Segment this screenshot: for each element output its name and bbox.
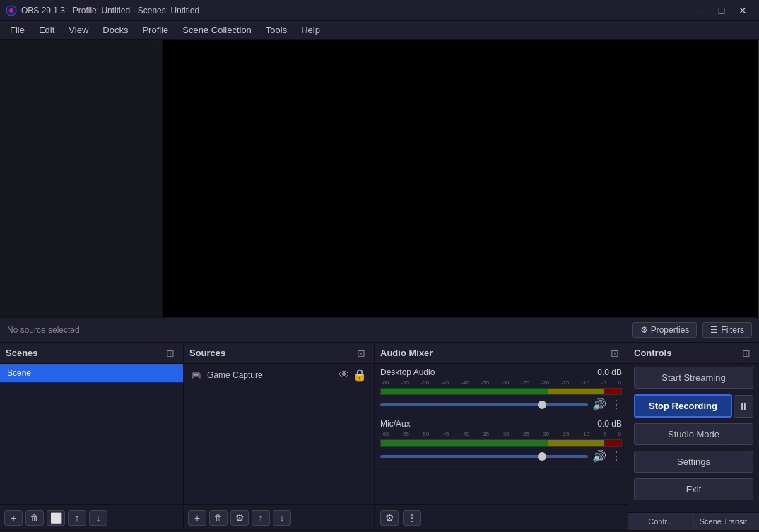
source-lock-icon[interactable]: 🔒 [353,368,367,382]
scene-item[interactable]: Scene [0,364,183,383]
scenes-panel-icons: ⊡ [163,346,177,360]
scenes-list: Scene [0,364,183,504]
sources-add-button[interactable]: + [188,510,206,526]
titlebar: OBS 29.1.3 - Profile: Untitled - Scenes:… [0,0,759,21]
sources-panel-icons: ⊡ [354,346,368,360]
meter-green [381,389,548,394]
obs-icon [6,5,17,16]
mic-mute-button[interactable]: 🔊 [592,449,606,463]
scenes-delete-button[interactable]: 🗑 [25,510,44,526]
sources-list: 🎮 Game Capture 👁 🔒 [184,364,374,504]
menu-file[interactable]: File [3,23,32,37]
gear-icon: ⚙ [640,325,648,335]
mic-meter-yellow [548,440,604,446]
audio-footer: ⚙ ⋮ [375,504,628,530]
desktop-mute-button[interactable]: 🔊 [592,398,606,411]
desktop-volume-knob[interactable] [538,401,546,409]
sources-panel: Sources ⊡ 🎮 Game Capture 👁 🔒 + 🗑 ⚙ ↑ ↓ [184,343,375,530]
audio-mixer-panel: Audio Mixer ⊡ Desktop Audio 0.0 dB -60 -… [375,343,628,530]
sources-settings-button[interactable]: ⚙ [230,510,249,526]
scenes-filter-button[interactable]: ⬜ [47,510,65,526]
audio-maximize-icon[interactable]: ⊡ [608,346,622,360]
window-title: OBS 29.1.3 - Profile: Untitled - Scenes:… [21,6,199,16]
filter-icon: ☰ [710,325,718,335]
exit-button[interactable]: Exit [634,478,753,500]
titlebar-controls: ─ □ ✕ [690,4,753,18]
mic-volume-slider[interactable] [380,455,588,458]
sources-panel-header: Sources ⊡ [184,343,374,364]
desktop-audio-header: Desktop Audio 0.0 dB [380,367,622,377]
mic-aux-ticks: -60 -55 -50 -45 -40 -35 -30 -25 -20 -15 … [380,431,622,437]
scenes-maximize-icon[interactable]: ⊡ [163,346,177,360]
mic-aux-label: Mic/Aux [380,419,411,429]
controls-tab-button[interactable]: Contr... [628,513,694,530]
source-item-game-capture[interactable]: 🎮 Game Capture 👁 🔒 [184,364,374,386]
source-visibility-icon[interactable]: 👁 [339,368,350,382]
studio-mode-button[interactable]: Studio Mode [634,423,753,445]
pause-icon: ⏸ [739,401,748,412]
maximize-button[interactable]: □ [711,4,732,18]
filters-button[interactable]: ☰ Filters [702,322,752,338]
controls-panel-icons: ⊡ [739,346,753,360]
desktop-volume-slider[interactable] [380,403,588,406]
scenes-panel-header: Scenes ⊡ [0,343,183,364]
sources-delete-button[interactable]: 🗑 [209,510,228,526]
meter-yellow [548,389,604,394]
desktop-audio-channel: Desktop Audio 0.0 dB -60 -55 -50 -45 -40… [375,364,628,415]
scenes-down-button[interactable]: ↓ [89,510,107,526]
preview-section [0,40,759,317]
bottom-panels: Scenes ⊡ Scene + 🗑 ⬜ ↑ ↓ Sources ⊡ [0,343,759,530]
titlebar-left: OBS 29.1.3 - Profile: Untitled - Scenes:… [6,5,199,16]
mic-meter-scale [381,440,621,446]
scenes-panel: Scenes ⊡ Scene + 🗑 ⬜ ↑ ↓ [0,343,184,530]
left-sidebar [0,40,163,317]
properties-button[interactable]: ⚙ Properties [632,322,698,338]
scenes-up-button[interactable]: ↑ [68,510,86,526]
mic-aux-header: Mic/Aux 0.0 dB [380,419,622,429]
mic-aux-channel: Mic/Aux 0.0 dB -60 -55 -50 -45 -40 -35 -… [375,415,628,467]
controls-panel: Controls ⊡ Start Streaming Stop Recordin… [628,343,759,530]
preview-canvas [163,40,759,317]
menu-scene-collection[interactable]: Scene Collection [175,23,259,37]
mic-aux-meter [380,439,622,447]
pause-recording-button[interactable]: ⏸ [734,395,753,418]
audio-menu-extra-button[interactable]: ⋮ [403,510,421,526]
sources-maximize-icon[interactable]: ⊡ [354,346,368,360]
menu-profile[interactable]: Profile [135,23,175,37]
scenes-add-button[interactable]: + [4,510,23,526]
controls-buttons-area: Start Streaming Stop Recording ⏸ Studio … [628,364,759,512]
desktop-audio-ticks: -60 -55 -50 -45 -40 -35 -30 -25 -20 -15 … [380,379,622,386]
desktop-audio-menu-button[interactable]: ⋮ [611,398,622,411]
desktop-audio-label: Desktop Audio [380,367,435,377]
mic-aux-db: 0.0 dB [597,419,622,429]
meter-red [604,389,621,394]
controls-maximize-icon[interactable]: ⊡ [739,346,753,360]
audio-settings-button[interactable]: ⚙ [380,510,399,526]
desktop-audio-db: 0.0 dB [597,367,622,377]
menubar: File Edit View Docks Profile Scene Colle… [0,21,759,40]
controls-footer: Contr... Scene Transit... [628,512,759,530]
sources-up-button[interactable]: ↑ [252,510,270,526]
menu-docks[interactable]: Docks [95,23,135,37]
menu-tools[interactable]: Tools [259,23,294,37]
scene-transitions-tab-button[interactable]: Scene Transit... [694,513,759,530]
minimize-button[interactable]: ─ [690,4,711,18]
mic-aux-controls: 🔊 ⋮ [380,449,622,463]
sources-down-button[interactable]: ↓ [273,510,291,526]
source-bar: No source selected ⚙ Properties ☰ Filter… [0,317,759,343]
mic-audio-menu-button[interactable]: ⋮ [611,449,622,463]
menu-help[interactable]: Help [294,23,327,37]
stop-recording-button[interactable]: Stop Recording [634,394,732,418]
game-capture-icon: 🎮 [191,370,201,380]
settings-button[interactable]: Settings [634,451,753,473]
controls-panel-header: Controls ⊡ [628,343,759,364]
start-streaming-button[interactable]: Start Streaming [634,367,753,389]
menu-edit[interactable]: Edit [32,23,61,37]
mic-meter-red [604,440,621,446]
menu-view[interactable]: View [61,23,95,37]
audio-channels-list: Desktop Audio 0.0 dB -60 -55 -50 -45 -40… [375,364,628,504]
mic-volume-knob[interactable] [538,452,546,461]
close-button[interactable]: ✕ [732,4,753,18]
desktop-meter-scale [381,389,621,394]
no-source-label: No source selected [7,325,627,335]
